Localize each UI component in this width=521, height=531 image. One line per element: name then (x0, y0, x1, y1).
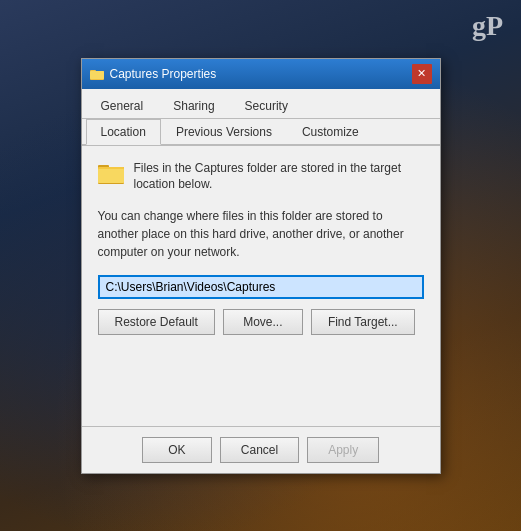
tab-customize[interactable]: Customize (287, 119, 374, 144)
restore-default-button[interactable]: Restore Default (98, 309, 215, 335)
ok-button[interactable]: OK (142, 437, 212, 463)
close-button[interactable]: ✕ (412, 64, 432, 84)
move-button[interactable]: Move... (223, 309, 303, 335)
svg-rect-2 (90, 71, 104, 79)
tab-general[interactable]: General (86, 93, 159, 118)
desc-text: You can change where files in this folde… (98, 207, 424, 261)
dialog-window: Captures Properties ✕ General Sharing Se… (81, 58, 441, 474)
tab-location[interactable]: Location (86, 119, 161, 145)
tab-previous-versions[interactable]: Previous Versions (161, 119, 287, 144)
title-bar-left: Captures Properties (90, 67, 217, 81)
content-area: Files in the Captures folder are stored … (82, 146, 440, 426)
info-text: Files in the Captures folder are stored … (134, 160, 424, 194)
tab-sharing[interactable]: Sharing (158, 93, 229, 118)
watermark: gP (472, 10, 503, 42)
title-bar: Captures Properties ✕ (82, 59, 440, 89)
folder-icon (98, 162, 124, 184)
tab-security[interactable]: Security (230, 93, 303, 118)
dialog-title: Captures Properties (110, 67, 217, 81)
path-input[interactable] (98, 275, 424, 299)
find-target-button[interactable]: Find Target... (311, 309, 415, 335)
apply-button[interactable]: Apply (307, 437, 379, 463)
footer: OK Cancel Apply (82, 427, 440, 473)
info-box: Files in the Captures folder are stored … (98, 160, 424, 194)
action-buttons: Restore Default Move... Find Target... (98, 309, 424, 335)
svg-rect-6 (98, 169, 124, 183)
tab-row-top: General Sharing Security (82, 89, 440, 119)
cancel-button[interactable]: Cancel (220, 437, 299, 463)
tab-row-bottom: Location Previous Versions Customize (82, 119, 440, 146)
dialog-icon (90, 67, 104, 81)
